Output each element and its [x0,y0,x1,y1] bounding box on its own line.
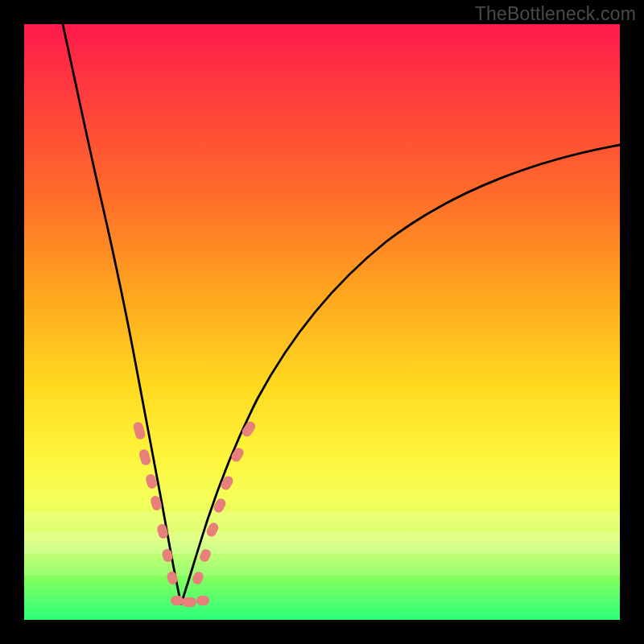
data-marker [138,448,151,467]
plot-area [24,24,620,620]
data-marker [219,474,234,492]
data-marker [198,547,212,563]
data-marker [182,597,196,607]
data-marker [191,570,204,585]
curve-group [63,24,620,604]
chart-frame: TheBottleneck.com [0,0,644,644]
bottleneck-curve [24,24,620,620]
data-marker [171,596,184,605]
data-marker [196,596,209,605]
data-marker [132,421,147,440]
data-marker [229,446,246,464]
watermark-text: TheBottleneck.com [475,3,636,25]
curve-left-branch [63,24,181,604]
curve-right-branch [181,145,620,604]
